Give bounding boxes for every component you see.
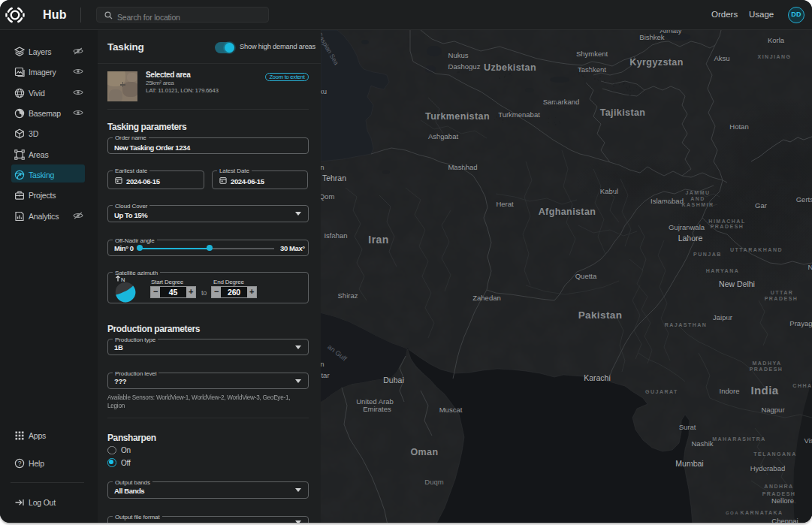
svg-text:HARYANA: HARYANA xyxy=(706,268,740,273)
svg-text:Emirates: Emirates xyxy=(363,405,391,413)
svg-text:Pakistan: Pakistan xyxy=(578,309,623,321)
svg-text:PRADESH: PRADESH xyxy=(765,296,798,301)
svg-text:PRADESH: PRADESH xyxy=(750,367,783,372)
svg-text:Afghanistan: Afghanistan xyxy=(539,207,596,217)
svg-text:KARNATAKA: KARNATAKA xyxy=(740,510,783,515)
svg-text:Prayagr: Prayagr xyxy=(789,319,812,327)
svg-text:KASHMIR: KASHMIR xyxy=(681,202,714,207)
svg-text:GOA: GOA xyxy=(726,511,739,515)
svg-text:Shymkent: Shymkent xyxy=(576,50,608,58)
svg-text:Iran: Iran xyxy=(368,234,388,246)
svg-text:Dubai: Dubai xyxy=(383,376,403,385)
svg-text:Turkmenistan: Turkmenistan xyxy=(425,111,490,122)
svg-text:Nellore: Nellore xyxy=(771,496,794,505)
svg-text:Dashoguz: Dashoguz xyxy=(448,62,481,71)
svg-text:Gujranwala: Gujranwala xyxy=(669,223,705,231)
svg-text:Tajikistan: Tajikistan xyxy=(600,107,646,118)
svg-text:Muscat: Muscat xyxy=(439,406,463,414)
svg-text:New Delhi: New Delhi xyxy=(719,279,755,288)
svg-text:Quetta: Quetta xyxy=(575,272,597,280)
svg-text:Zahedan: Zahedan xyxy=(472,294,501,302)
svg-text:Chennai: Chennai xyxy=(771,517,798,523)
svg-text:Nukus: Nukus xyxy=(448,51,469,59)
svg-text:Korla: Korla xyxy=(768,36,785,44)
svg-text:Lahore: Lahore xyxy=(678,234,703,243)
svg-text:Oman: Oman xyxy=(410,447,438,457)
svg-text:Hyderabad: Hyderabad xyxy=(750,464,785,472)
svg-text:?: ? xyxy=(18,460,22,467)
svg-text:MADHYA: MADHYA xyxy=(752,361,781,366)
svg-text:Turkmenabat: Turkmenabat xyxy=(498,110,540,119)
svg-text:India: India xyxy=(750,384,778,397)
svg-text:UTTAR: UTTAR xyxy=(771,290,794,295)
svg-text:JAMMU: JAMMU xyxy=(685,190,710,195)
svg-text:RAJASTHAN: RAJASTHAN xyxy=(665,322,708,327)
svg-text:Samarkand: Samarkand xyxy=(543,98,580,106)
svg-text:PRADESH: PRADESH xyxy=(762,491,796,496)
svg-text:PRADESH: PRADESH xyxy=(711,224,744,229)
svg-text:tar: tar xyxy=(321,371,329,379)
svg-text:Jaipur: Jaipur xyxy=(713,313,732,321)
svg-text:ANDHRA: ANDHRA xyxy=(764,484,793,489)
svg-text:MAHARASHTRA: MAHARASHTRA xyxy=(712,436,766,442)
svg-text:Gertse: Gertse xyxy=(796,195,812,204)
svg-text:Vis: Vis xyxy=(804,436,812,445)
svg-text:Kyrgyzstan: Kyrgyzstan xyxy=(629,57,683,68)
svg-text:Aksu: Aksu xyxy=(714,54,729,62)
svg-text:Duqm: Duqm xyxy=(424,478,443,486)
svg-text:ku: ku xyxy=(321,87,327,95)
svg-text:Surat: Surat xyxy=(679,423,696,431)
svg-text:Indore: Indore xyxy=(720,387,740,395)
svg-text:HIMACHAL: HIMACHAL xyxy=(708,219,745,224)
svg-text:Gar: Gar xyxy=(755,201,767,210)
svg-text:UTTARAKHAND: UTTARAKHAND xyxy=(730,247,783,252)
svg-text:PUNJAB: PUNJAB xyxy=(693,252,722,257)
svg-text:TELANGANA: TELANGANA xyxy=(753,451,796,457)
svg-text:Ashgabat: Ashgabat xyxy=(428,132,459,140)
svg-text:Uzbekistan: Uzbekistan xyxy=(484,62,536,73)
svg-text:Tehran: Tehran xyxy=(322,173,346,183)
svg-text:CHHATT: CHHATT xyxy=(792,383,812,388)
svg-text:n: n xyxy=(321,360,324,368)
svg-text:AND: AND xyxy=(690,196,705,201)
svg-text:GUJARAT: GUJARAT xyxy=(645,389,678,394)
svg-text:Isfahan: Isfahan xyxy=(324,231,347,240)
svg-text:Nagpur: Nagpur xyxy=(761,406,784,414)
svg-text:n: n xyxy=(321,163,324,171)
svg-text:Shiraz: Shiraz xyxy=(338,291,358,300)
svg-text:XINJIANG: XINJIANG xyxy=(757,54,791,59)
svg-text:Hotan: Hotan xyxy=(729,122,748,131)
svg-text:Herat: Herat xyxy=(496,200,514,208)
svg-text:Qom: Qom xyxy=(321,192,334,201)
svg-text:N: N xyxy=(808,263,812,271)
svg-text:Mashhad: Mashhad xyxy=(448,163,477,171)
svg-text:Nashik: Nashik xyxy=(691,439,713,448)
